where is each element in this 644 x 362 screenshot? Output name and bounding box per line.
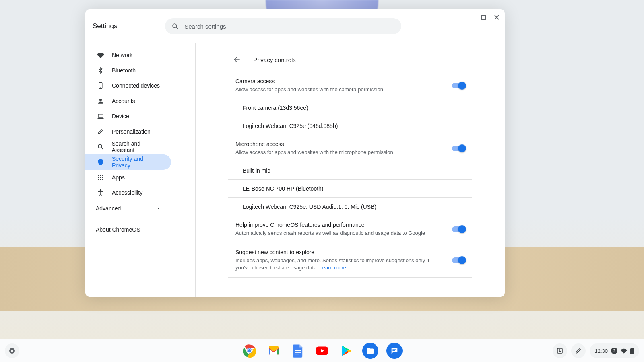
setting-camera-access: Camera access Allow access for apps and … xyxy=(228,72,472,99)
maximize-button[interactable] xyxy=(478,12,489,23)
app-title: Settings xyxy=(93,22,117,30)
sidebar-item-security-privacy[interactable]: Security and Privacy xyxy=(85,154,171,170)
search-input[interactable] xyxy=(184,23,395,30)
learn-more-link[interactable]: Learn more xyxy=(319,265,346,271)
battery-icon xyxy=(630,348,634,354)
sidebar-item-bluetooth[interactable]: Bluetooth xyxy=(85,63,171,78)
toggle-suggest-content[interactable] xyxy=(452,257,465,263)
advanced-label: Advanced xyxy=(96,205,121,212)
svg-point-13 xyxy=(98,175,99,176)
svg-point-17 xyxy=(100,177,101,178)
svg-line-12 xyxy=(101,148,103,149)
mic-device-row[interactable]: LE-Bose NC 700 HP (Bluetooth) xyxy=(228,180,472,198)
status-area[interactable]: 12:30 2 xyxy=(590,343,639,358)
sidebar-item-label: Search and Assistant xyxy=(111,140,163,153)
camera-device-row[interactable]: Front camera (13d3:56ee) xyxy=(228,99,472,117)
shelf-pinned-apps xyxy=(242,343,402,359)
setting-subtitle: Allow access for apps and websites with … xyxy=(235,149,446,156)
shield-icon xyxy=(97,158,105,166)
bluetooth-icon xyxy=(97,67,105,74)
setting-help-improve: Help improve ChromeOS features and perfo… xyxy=(228,216,472,243)
tote-button[interactable] xyxy=(553,343,567,358)
setting-subtitle: Automatically sends crash reports as wel… xyxy=(235,230,446,237)
back-button[interactable] xyxy=(231,53,244,66)
sidebar-item-search-assistant[interactable]: Search and Assistant xyxy=(85,139,171,154)
sidebar-item-label: Connected devices xyxy=(112,82,160,89)
sidebar-item-device[interactable]: Device xyxy=(85,109,171,124)
mic-device-row[interactable]: Built-in mic xyxy=(228,162,472,180)
sidebar-separator xyxy=(85,219,171,219)
sidebar-about-chromeos[interactable]: About ChromeOS xyxy=(85,222,171,238)
svg-rect-30 xyxy=(295,352,301,353)
toggle-camera-access[interactable] xyxy=(452,83,465,88)
sidebar-item-network[interactable]: Network xyxy=(85,47,171,63)
app-youtube[interactable] xyxy=(314,343,330,359)
toggle-help-improve[interactable] xyxy=(452,226,465,232)
setting-title: Microphone access xyxy=(235,141,446,147)
svg-rect-36 xyxy=(630,348,634,354)
tote-icon xyxy=(556,347,564,354)
toggle-microphone-access[interactable] xyxy=(452,146,465,151)
setting-title: Camera access xyxy=(235,78,446,84)
notification-badge: 2 xyxy=(611,348,617,354)
svg-point-8 xyxy=(99,99,102,101)
pen-icon xyxy=(575,347,582,354)
svg-point-14 xyxy=(100,175,101,176)
search-icon xyxy=(97,143,104,150)
svg-point-20 xyxy=(100,179,101,180)
sidebar-item-label: Accessibility xyxy=(112,189,142,196)
search-icon xyxy=(171,23,179,30)
app-messages[interactable] xyxy=(386,343,402,359)
search-settings[interactable] xyxy=(165,18,401,34)
svg-point-27 xyxy=(248,349,252,353)
close-button[interactable] xyxy=(491,12,502,23)
edit-icon xyxy=(97,128,105,135)
laptop-icon xyxy=(97,113,105,120)
sidebar-item-label: Bluetooth xyxy=(112,67,136,74)
chevron-down-icon xyxy=(157,206,161,210)
apps-icon xyxy=(97,174,105,181)
mic-device-row[interactable]: Logitech Webcam C925e: USD Audio:1. 0: M… xyxy=(228,198,472,216)
sidebar-item-personalization[interactable]: Personalization xyxy=(85,124,171,139)
app-gmail[interactable] xyxy=(266,343,282,359)
settings-window: Settings Network Bluetooth Connected dev… xyxy=(85,9,505,297)
sidebar-item-apps[interactable]: Apps xyxy=(85,170,171,185)
svg-rect-31 xyxy=(295,354,299,354)
sidebar: Network Bluetooth Connected devices Acco… xyxy=(85,43,195,297)
app-chrome[interactable] xyxy=(242,343,258,359)
about-label: About ChromeOS xyxy=(96,226,140,233)
setting-microphone-access: Microphone access Allow access for apps … xyxy=(228,135,472,162)
svg-line-5 xyxy=(176,27,178,29)
setting-subtitle: Allow access for apps and websites with … xyxy=(235,86,446,93)
sidebar-item-connected-devices[interactable]: Connected devices xyxy=(85,78,171,93)
setting-title: Help improve ChromeOS features and perfo… xyxy=(235,222,446,228)
app-files[interactable] xyxy=(362,343,378,359)
svg-rect-29 xyxy=(295,350,301,351)
svg-rect-33 xyxy=(392,349,396,350)
launcher-icon xyxy=(9,348,15,354)
minimize-button[interactable] xyxy=(465,12,477,23)
svg-point-18 xyxy=(102,177,103,178)
svg-point-4 xyxy=(173,24,177,28)
window-header: Settings xyxy=(85,9,505,43)
accessibility-icon xyxy=(97,189,105,196)
sidebar-item-accounts[interactable]: Accounts xyxy=(85,93,171,109)
app-play-store[interactable] xyxy=(338,343,354,359)
svg-point-22 xyxy=(100,190,101,191)
setting-subtitle: Includes apps, webpages, and more. Sends… xyxy=(235,257,446,272)
svg-point-16 xyxy=(98,177,99,178)
svg-rect-34 xyxy=(392,350,395,351)
person-icon xyxy=(97,97,105,105)
sidebar-item-label: Security and Privacy xyxy=(112,156,163,169)
sidebar-item-accessibility[interactable]: Accessibility xyxy=(85,185,171,200)
launcher-button[interactable] xyxy=(5,343,19,358)
svg-point-21 xyxy=(102,179,103,180)
settings-content: Privacy controls Camera access Allow acc… xyxy=(228,43,472,297)
camera-device-row[interactable]: Logitech Webcam C925e (046d:085b) xyxy=(228,117,472,135)
wifi-icon xyxy=(97,51,105,59)
sidebar-item-label: Device xyxy=(112,113,129,119)
stylus-button[interactable] xyxy=(571,343,586,358)
sidebar-advanced[interactable]: Advanced xyxy=(85,200,171,216)
phone-icon xyxy=(97,82,105,89)
app-docs[interactable] xyxy=(290,343,306,359)
